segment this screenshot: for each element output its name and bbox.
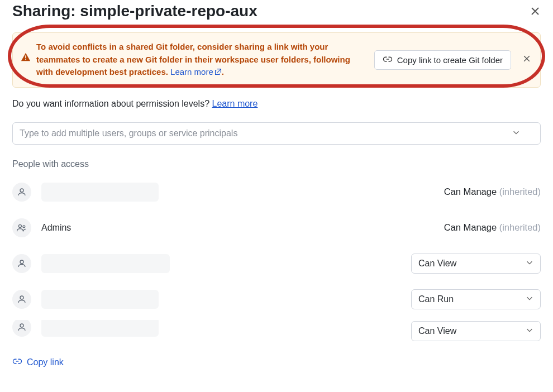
permission-select[interactable]: Can View (411, 321, 541, 341)
access-row: Can Run (12, 284, 541, 314)
chevron-down-icon (526, 326, 533, 336)
access-row: Can View (12, 320, 541, 350)
user-icon (12, 183, 31, 202)
link-icon (12, 357, 22, 367)
svg-rect-0 (25, 55, 26, 58)
access-row: Can Manage (inherited) (12, 177, 541, 207)
svg-point-4 (23, 225, 25, 227)
user-icon (12, 320, 31, 337)
copy-link-button[interactable]: Copy link (12, 357, 64, 367)
copy-git-link-label: Copy link to create Git folder (397, 55, 503, 65)
banner-learn-more-link[interactable]: Learn more (170, 67, 222, 77)
group-icon (12, 218, 31, 237)
chevron-down-icon (512, 128, 520, 138)
banner-close-icon[interactable] (522, 54, 531, 65)
page-title: Sharing: simple-private-repo-aux (12, 2, 258, 20)
permissions-learn-more-link[interactable]: Learn more (212, 99, 258, 108)
user-name-redacted (41, 320, 159, 337)
copy-link-label: Copy link (27, 357, 64, 367)
svg-point-3 (18, 224, 21, 227)
permission-label: Can Manage (inherited) (444, 187, 541, 197)
group-name: Admins (41, 223, 71, 233)
svg-rect-1 (25, 59, 26, 60)
user-name-redacted (41, 290, 159, 309)
git-folder-banner: To avoid conflicts in a shared Git folde… (12, 32, 541, 88)
close-icon[interactable] (530, 6, 541, 17)
permission-select[interactable]: Can Run (411, 289, 541, 309)
svg-point-5 (20, 260, 23, 264)
access-row: Admins Can Manage (inherited) (12, 213, 541, 243)
permission-label: Can Manage (inherited) (444, 222, 541, 233)
user-icon (12, 254, 31, 273)
svg-point-6 (20, 296, 23, 299)
svg-point-2 (20, 189, 23, 192)
external-link-icon (214, 66, 222, 79)
user-select-placeholder: Type to add multiple users, groups or se… (20, 128, 237, 138)
banner-text: To avoid conflicts in a shared Git folde… (36, 41, 369, 79)
copy-git-link-button[interactable]: Copy link to create Git folder (374, 50, 511, 70)
permission-info-line: Do you want information about permission… (12, 99, 541, 109)
chevron-down-icon (526, 294, 533, 304)
chevron-down-icon (526, 259, 533, 269)
warning-icon (21, 42, 31, 64)
access-row: Can View (12, 248, 541, 279)
banner-highlight: To avoid conflicts in a shared Git folde… (12, 32, 541, 88)
user-name-redacted (41, 183, 159, 202)
access-list: Can Manage (inherited) Admins Can Manage… (12, 177, 541, 350)
user-name-redacted (41, 254, 170, 273)
section-label: People with access (12, 159, 541, 169)
permission-select[interactable]: Can View (411, 254, 541, 274)
user-icon (12, 290, 31, 309)
link-icon (383, 55, 393, 65)
user-principal-select[interactable]: Type to add multiple users, groups or se… (12, 122, 541, 145)
svg-point-7 (20, 324, 23, 327)
